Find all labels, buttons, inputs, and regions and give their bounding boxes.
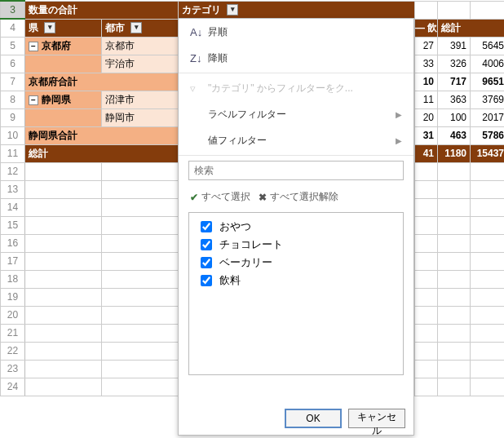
filter-checkbox[interactable] [201,257,212,268]
clear-filter-item: ▿ "カテゴリ" からフィルターをク... [179,75,413,101]
row-header-6[interactable]: 6 [1,55,25,73]
row-header-24[interactable]: 24 [1,378,25,396]
value-field-header: 数量の合計 [25,1,179,19]
collapse-icon[interactable]: − [29,42,38,51]
cell-city: 静岡市 [102,108,179,126]
cell-value: 15437 [471,144,505,162]
cancel-button[interactable]: キャンセル [348,409,405,428]
row-header-4[interactable]: 4 [1,19,25,37]
sort-desc-label: 降順 [208,51,402,65]
cell-value: 3769 [471,91,505,108]
row-header-21[interactable]: 21 [1,324,25,342]
collapse-icon[interactable]: − [29,95,38,105]
submenu-arrow-icon: ▶ [396,136,402,145]
row-header-23[interactable]: 23 [1,360,25,378]
cell-value: 41 [415,144,438,162]
category-header-cell[interactable]: カテゴリ ▾ [179,1,415,19]
filter-menu: A↓ 昇順 Z↓ 降順 ▿ "カテゴリ" からフィルターをク... ラベルフィル… [178,18,414,436]
filter-item[interactable]: ベーカリー [197,254,395,272]
row-header-9[interactable]: 9 [1,108,25,126]
cell-value: 5645 [471,37,505,55]
row-header-10[interactable]: 10 [1,126,25,144]
filter-item-list: おやつ チョコレート ベーカリー 飲料 [188,212,404,375]
cell-pref: −京都府 [25,37,102,55]
row-header-5[interactable]: 5 [1,37,25,55]
cell-value: 20 [415,108,438,126]
cell-value: 5786 [471,126,505,144]
cell-value: 100 [438,108,471,126]
cell-city: 京都市 [102,37,179,55]
cell-value: 33 [415,55,438,73]
funnel-clear-icon: ▿ [190,82,208,95]
row-header-13[interactable]: 13 [1,180,25,198]
cell-value: 326 [438,55,471,73]
filter-item[interactable]: 飲料 [197,272,395,290]
filter-item-label: ベーカリー [219,255,272,270]
sort-desc-icon: Z↓ [190,52,208,64]
cell-value: 717 [438,73,471,91]
pref-dropdown-icon[interactable]: ▾ [44,22,55,33]
row-header-11[interactable]: 11 [1,144,25,162]
cell-subtotal: 静岡県合計 [25,126,179,144]
row-header-19[interactable]: 19 [1,288,25,306]
cell-value: 9651 [471,73,505,91]
city-header-cell[interactable]: 都市 ▾ [102,19,179,37]
sort-asc-label: 昇順 [208,25,402,39]
cell-value: 31 [415,126,438,144]
row-header-14[interactable]: 14 [1,198,25,216]
sort-asc-icon: A↓ [190,26,208,38]
cell-pref [25,108,102,126]
cell-pref: −静岡県 [25,91,102,108]
row-header-17[interactable]: 17 [1,252,25,270]
row-header-15[interactable]: 15 [1,216,25,234]
filter-search-wrap [188,161,404,180]
filter-search-input[interactable] [188,161,404,180]
pref-header-cell[interactable]: 県 ▾ [25,19,102,37]
filter-checkbox[interactable] [201,239,212,250]
select-all-label: すべて選択 [201,190,250,204]
row-header-22[interactable]: 22 [1,342,25,360]
x-icon: ✖ [259,192,267,203]
deselect-all-label: すべて選択解除 [270,190,338,204]
cell-value: 27 [415,37,438,55]
clear-filter-label: "カテゴリ" からフィルターをク... [208,82,402,95]
row-header-12[interactable]: 12 [1,162,25,180]
row-header-18[interactable]: 18 [1,270,25,288]
filter-item[interactable]: おやつ [197,218,395,236]
cell-pref [25,55,102,73]
filter-item-label: 飲料 [219,273,241,288]
ok-button[interactable]: OK [285,409,342,428]
filter-item-label: おやつ [219,219,251,234]
row-header-16[interactable]: 16 [1,234,25,252]
cell-city: 沼津市 [102,91,179,108]
value-filter-label: 値フィルター [208,134,396,148]
sort-asc-item[interactable]: A↓ 昇順 [179,19,413,45]
check-icon: ✔ [190,192,198,203]
cell-subtotal: 京都府合計 [25,73,179,91]
filter-item[interactable]: チョコレート [197,236,395,254]
city-dropdown-icon[interactable]: ▾ [130,22,142,33]
value-filter-item[interactable]: 値フィルター ▶ [179,127,413,153]
grand-total-label: 総計 [25,144,179,162]
label-filter-item[interactable]: ラベルフィルター ▶ [179,101,413,127]
filter-item-label: チョコレート [219,237,283,252]
sort-desc-item[interactable]: Z↓ 降順 [179,45,413,71]
submenu-arrow-icon: ▶ [396,110,402,119]
row-header-3[interactable]: 3 [1,1,25,19]
cell-value: 4006 [471,55,505,73]
menu-separator [179,73,413,73]
filter-checkbox[interactable] [201,275,212,286]
deselect-all-button[interactable]: ✖すべて選択解除 [259,190,338,204]
select-all-button[interactable]: ✔すべて選択 [190,190,250,204]
cell-city: 宇治市 [102,55,179,73]
category-dropdown-icon[interactable]: ▾ [227,4,238,15]
cell-value: 11 [415,91,438,108]
row-3: 3 数量の合計 カテゴリ ▾ [1,1,505,19]
cell-value: 391 [438,37,471,55]
row-header-8[interactable]: 8 [1,91,25,108]
row-header-20[interactable]: 20 [1,306,25,324]
filter-checkbox[interactable] [201,221,212,232]
row-header-7[interactable]: 7 [1,73,25,91]
cell-value: 363 [438,91,471,108]
menu-separator [179,155,413,156]
